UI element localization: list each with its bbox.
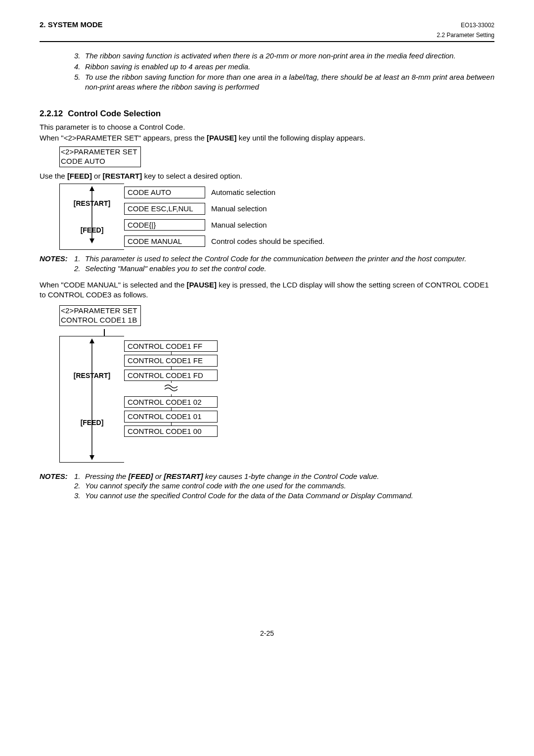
- section-heading: 2.2.12Control Code Selection: [40, 108, 494, 119]
- note-text: Ribbon saving is enabled up to 4 areas p…: [85, 62, 494, 72]
- text: or: [92, 172, 103, 180]
- key-label-restart: [RESTART]: [74, 371, 110, 380]
- note-text: This parameter is used to select the Con…: [85, 254, 494, 264]
- code-value: CONTROL CODE1 02: [124, 396, 218, 408]
- header-rule: [40, 41, 494, 42]
- key-ref-restart: [RESTART]: [103, 172, 142, 180]
- note-text: Pressing the [FEED] or [RESTART] key cau…: [85, 472, 494, 481]
- paragraph: Use the [FEED] or [RESTART] key to selec…: [40, 171, 494, 181]
- continuation-notes: 3.The ribbon saving function is activate…: [74, 51, 494, 92]
- note-num: 3.: [74, 491, 85, 501]
- note-text: To use the ribbon saving function for mo…: [85, 72, 494, 92]
- key-label-feed: [FEED]: [81, 226, 104, 235]
- paragraph: This parameter is to choose a Control Co…: [40, 122, 494, 132]
- page-number: 2-25: [40, 629, 494, 638]
- code-value-diagram: [RESTART] [FEED] CONTROL CODE1 FF CONTRO…: [59, 336, 494, 463]
- note-text: You cannot specify the same control code…: [85, 481, 494, 491]
- code-value: CONTROL CODE1 00: [124, 425, 218, 437]
- note-num: 2.: [74, 264, 85, 274]
- text: key until the following display appears.: [237, 134, 365, 142]
- note-num: 4.: [74, 62, 85, 72]
- text: When "CODE MANUAL" is selected and the: [40, 281, 186, 289]
- text: When "<2>PARAMETER SET" appears, press t…: [40, 134, 207, 142]
- lcd-display: <2>PARAMETER SET CONTROL CODE1 1B: [59, 305, 141, 326]
- key-ref-pause: [PAUSE]: [186, 281, 217, 289]
- note-num: 5.: [74, 72, 85, 92]
- text: Pressing the: [85, 472, 129, 480]
- code-value: CONTROL CODE1 FD: [124, 370, 218, 381]
- note-text: You cannot use the specified Control Cod…: [85, 491, 494, 501]
- key-ref-feed: [FEED]: [129, 472, 153, 480]
- header-subsection: 2.2 Parameter Setting: [40, 32, 494, 40]
- option-code-braces: CODE{|}: [124, 219, 205, 231]
- key-ref-restart: [RESTART]: [164, 472, 203, 480]
- note-num: 1.: [74, 254, 85, 264]
- lcd-line2: CONTROL CODE1 1B: [61, 316, 137, 325]
- paragraph: When "CODE MANUAL" is selected and the […: [40, 280, 494, 299]
- option-code-esc: CODE ESC,LF,NUL: [124, 203, 205, 215]
- section-number: 2.2.12: [40, 109, 63, 118]
- header-doc-id: EO13-33002: [461, 22, 494, 30]
- option-desc: Automatic selection: [211, 187, 324, 198]
- header-section: 2. SYSTEM MODE: [40, 20, 103, 30]
- text: or: [153, 472, 164, 480]
- option-desc: Manual selection: [211, 220, 324, 231]
- key-ref-pause: [PAUSE]: [207, 134, 237, 142]
- notes-label: NOTES:: [40, 254, 74, 273]
- option-selector-diagram: [RESTART] [FEED] CODE AUTO CODE ESC,LF,N…: [59, 184, 494, 250]
- key-ref-feed: [FEED]: [67, 172, 92, 180]
- code-value: CONTROL CODE1 FF: [124, 340, 218, 352]
- option-desc: Control codes should be specified.: [211, 236, 324, 247]
- text: key causes 1-byte change in the Control …: [203, 472, 379, 480]
- lcd-line2: CODE AUTO: [61, 157, 137, 166]
- note-num: 1.: [74, 472, 85, 481]
- note-num: 3.: [74, 51, 85, 61]
- lcd-line1: <2>PARAMETER SET: [61, 147, 137, 157]
- option-code-manual: CODE MANUAL: [124, 236, 205, 247]
- paragraph: When "<2>PARAMETER SET" appears, press t…: [40, 133, 494, 143]
- text: Use the: [40, 172, 67, 180]
- key-label-feed: [FEED]: [81, 418, 104, 427]
- code-value: CONTROL CODE1 FE: [124, 355, 218, 367]
- option-code-auto: CODE AUTO: [124, 187, 205, 198]
- note-num: 2.: [74, 481, 85, 491]
- key-label-restart: [RESTART]: [74, 199, 110, 208]
- lcd-line1: <2>PARAMETER SET: [61, 306, 137, 316]
- note-text: Selecting "Manual" enables you to set th…: [85, 264, 494, 274]
- notes-block: NOTES: 1.This parameter is used to selec…: [40, 254, 494, 273]
- notes-block: NOTES: 1. Pressing the [FEED] or [RESTAR…: [40, 472, 494, 501]
- text: key to select a desired option.: [142, 172, 242, 180]
- lcd-display: <2>PARAMETER SET CODE AUTO: [59, 146, 141, 167]
- notes-label: NOTES:: [40, 472, 74, 501]
- code-value: CONTROL CODE1 01: [124, 411, 218, 423]
- note-text: The ribbon saving function is activated …: [85, 51, 494, 61]
- ellipsis-icon: [124, 382, 218, 394]
- connector-line: [104, 329, 105, 336]
- section-title-text: Control Code Selection: [68, 109, 161, 118]
- option-desc: Manual selection: [211, 203, 324, 214]
